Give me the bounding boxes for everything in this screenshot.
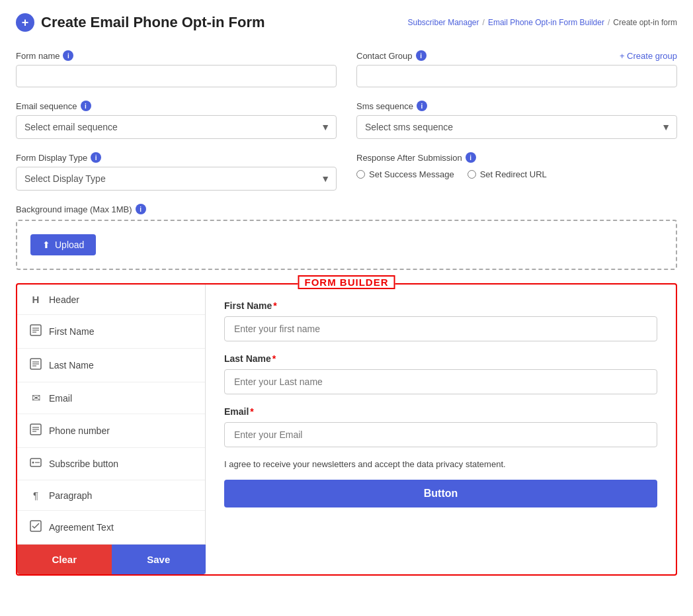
svg-point-13 (32, 462, 34, 464)
sms-sequence-group: Sms sequence i Select sms sequence ▼ (356, 101, 677, 139)
sidebar-item-email[interactable]: ✉ Email (17, 382, 205, 414)
form-name-group: Form name i (16, 50, 337, 87)
agreement-text-display: I agree to receive your newsletters and … (224, 459, 657, 469)
breadcrumb-current: Create opt-in form (613, 18, 677, 27)
last-name-field-label: Last Name* (224, 353, 657, 364)
form-display-type-select[interactable]: Select Display Type (16, 167, 337, 191)
page-header: + Create Email Phone Opt-in Form Subscri… (16, 13, 677, 32)
first-name-field-label: First Name* (224, 300, 657, 311)
form-name-label: Form name i (16, 50, 337, 61)
sidebar-item-phone-number[interactable]: Phone number (17, 414, 205, 448)
form-builder-wrapper: FORM BUILDER H Header First Name (16, 283, 677, 576)
form-builder-label: FORM BUILDER (298, 275, 395, 289)
subscribe-button-preview[interactable]: Button (224, 480, 657, 507)
background-image-info-icon[interactable]: i (136, 204, 146, 214)
upload-area: ⬆ Upload (16, 220, 677, 270)
top-form-grid: Form name i Contact Group i + Create gro… (16, 50, 677, 87)
form-display-type-info-icon[interactable]: i (91, 152, 101, 163)
email-sequence-select-wrapper: Select email sequence ▼ (16, 115, 337, 139)
first-name-field-section: First Name* (224, 300, 657, 341)
form-builder-sidebar: H Header First Name Last Name ✉ (17, 285, 206, 574)
last-name-icon (29, 358, 42, 373)
email-preview-input[interactable] (224, 422, 657, 447)
contact-group-info-icon[interactable]: i (416, 50, 427, 61)
response-after-submission-label: Response After Submission i (356, 152, 677, 163)
bottom-actions: Clear Save (17, 545, 206, 574)
redirect-url-radio[interactable] (468, 170, 476, 179)
last-name-preview-input[interactable] (224, 369, 657, 394)
success-message-radio[interactable] (356, 170, 365, 179)
last-name-required-star: * (272, 353, 276, 364)
save-button[interactable]: Save (112, 545, 206, 574)
page-title: + Create Email Phone Opt-in Form (16, 13, 265, 32)
email-field-section: Email* (224, 406, 657, 447)
sidebar-item-subscribe-button[interactable]: Subscribe button (17, 448, 205, 480)
set-success-message-option[interactable]: Set Success Message (356, 169, 454, 179)
email-field-label: Email* (224, 406, 657, 417)
sidebar-item-last-name[interactable]: Last Name (17, 349, 205, 382)
first-name-required-star: * (273, 300, 276, 311)
form-name-info-icon[interactable]: i (63, 50, 73, 61)
response-radio-group: Set Success Message Set Redirect URL (356, 169, 677, 179)
form-display-type-select-wrapper: Select Display Type ▼ (16, 167, 337, 191)
breadcrumb: Subscriber Manager / Email Phone Opt-in … (407, 18, 677, 27)
form-name-input[interactable] (16, 65, 337, 87)
contact-group-input[interactable] (356, 65, 677, 87)
title-icon: + (16, 13, 34, 32)
agreement-text-icon (29, 520, 42, 535)
email-sequence-label: Email sequence i (16, 101, 337, 111)
clear-button[interactable]: Clear (17, 545, 112, 574)
sms-sequence-select[interactable]: Select sms sequence (356, 115, 677, 139)
upload-button[interactable]: ⬆ Upload (30, 234, 96, 255)
sidebar-item-first-name[interactable]: First Name (17, 315, 205, 349)
contact-group-group: Contact Group i + Create group (356, 50, 677, 87)
email-icon: ✉ (29, 392, 42, 404)
sidebar-item-agreement-text[interactable]: Agreement Text (17, 511, 205, 545)
first-name-icon (29, 324, 42, 339)
contact-group-label: Contact Group i (356, 50, 427, 61)
response-after-submission-group: Response After Submission i Set Success … (356, 152, 677, 191)
response-info-icon[interactable]: i (466, 152, 476, 163)
background-image-section: Background image (Max 1MB) i ⬆ Upload (16, 204, 677, 270)
breadcrumb-subscriber-manager[interactable]: Subscriber Manager (407, 18, 479, 27)
sidebar-item-header[interactable]: H Header (17, 285, 205, 315)
email-required-star: * (250, 406, 253, 417)
sms-sequence-select-wrapper: Select sms sequence ▼ (356, 115, 677, 139)
sms-sequence-label: Sms sequence i (356, 101, 677, 111)
last-name-field-section: Last Name* (224, 353, 657, 394)
header-icon: H (29, 294, 42, 305)
subscribe-button-icon (29, 457, 42, 470)
sidebar-item-paragraph[interactable]: ¶ Paragraph (17, 480, 205, 511)
phone-number-icon (29, 423, 42, 438)
background-image-label: Background image (Max 1MB) i (16, 204, 677, 214)
email-sequence-info-icon[interactable]: i (81, 101, 91, 111)
first-name-preview-input[interactable] (224, 316, 657, 341)
email-sequence-select[interactable]: Select email sequence (16, 115, 337, 139)
create-group-button[interactable]: + Create group (620, 51, 677, 61)
sequence-form-grid: Email sequence i Select email sequence ▼… (16, 101, 677, 139)
form-builder-inner: H Header First Name Last Name ✉ (17, 285, 676, 574)
email-sequence-group: Email sequence i Select email sequence ▼ (16, 101, 337, 139)
contact-group-header: Contact Group i + Create group (356, 50, 677, 61)
set-redirect-url-option[interactable]: Set Redirect URL (468, 169, 547, 179)
breadcrumb-form-builder[interactable]: Email Phone Opt-in Form Builder (488, 18, 604, 27)
display-response-grid: Form Display Type i Select Display Type … (16, 152, 677, 191)
upload-icon: ⬆ (42, 240, 50, 250)
paragraph-icon: ¶ (29, 490, 42, 501)
form-display-type-group: Form Display Type i Select Display Type … (16, 152, 337, 191)
form-preview: First Name* Last Name* Email* (206, 285, 676, 574)
form-display-type-label: Form Display Type i (16, 152, 337, 163)
sms-sequence-info-icon[interactable]: i (417, 101, 427, 111)
